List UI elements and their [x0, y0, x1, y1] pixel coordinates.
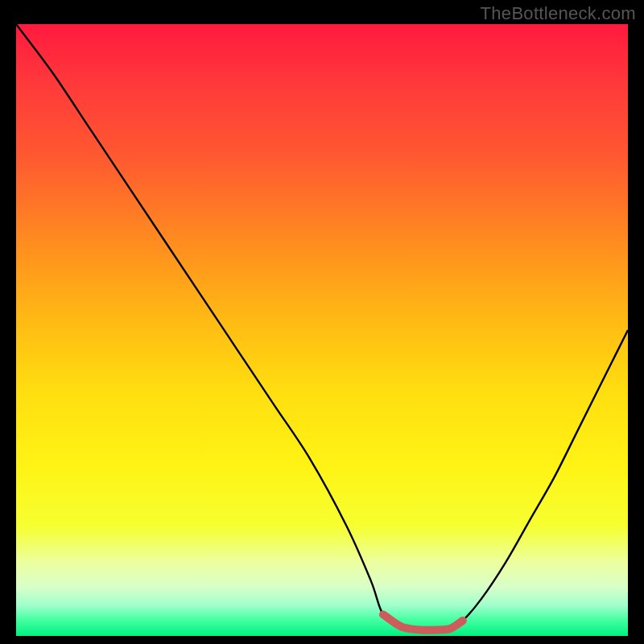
bottleneck-curve — [16, 24, 628, 630]
plot-area — [16, 24, 628, 636]
curve-svg — [16, 24, 628, 636]
chart-page: TheBottleneck.com — [0, 0, 644, 644]
optimal-range-highlight — [383, 614, 463, 630]
plot-frame — [16, 24, 628, 636]
watermark: TheBottleneck.com — [481, 3, 636, 24]
